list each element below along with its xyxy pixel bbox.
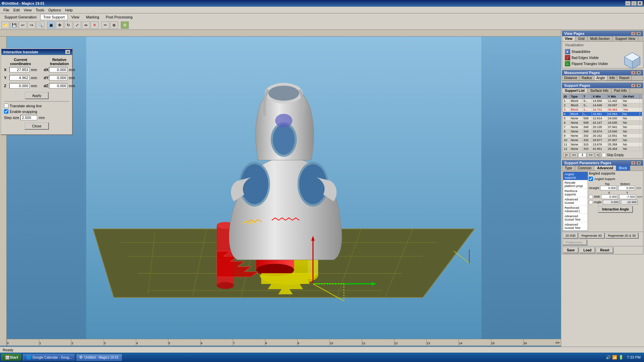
viewport[interactable]: 0 1 2 3 4 5 6 7 8 9 10 11 12 13 14 15 16… [0, 30, 561, 352]
page-num-input[interactable] [578, 153, 586, 157]
dz-input[interactable] [49, 83, 67, 88]
tab-common[interactable]: Common [575, 166, 595, 171]
interactive-angle-button[interactable]: Interactive Angle [598, 206, 633, 213]
params-item-advanced-gusset[interactable]: Advanced Gusset [563, 197, 588, 205]
params-item-rescale[interactable]: Rescale platform proje [563, 180, 588, 189]
nav-last-btn[interactable]: >| [595, 153, 601, 158]
tab-advanced[interactable]: Advanced [594, 166, 616, 171]
table-row[interactable]: 9None33220.15213.551No [563, 134, 642, 138]
tab-view[interactable]: View [68, 14, 83, 20]
shift-y-input[interactable] [619, 194, 636, 199]
params-item-advanced-gusset-test1[interactable]: Advanced Gusset Test [563, 214, 588, 222]
x-value-input[interactable] [9, 67, 30, 72]
skip-empty-checkbox[interactable] [602, 153, 606, 157]
support-params-pin[interactable]: 📌 [631, 161, 636, 165]
tab-radius[interactable]: Radius [580, 75, 594, 80]
dy-input[interactable] [49, 75, 67, 80]
2d-edit-btn[interactable]: 2D Edit [563, 233, 578, 239]
params-item-angled[interactable]: Angled supports [563, 172, 588, 180]
menu-view[interactable]: View [22, 7, 34, 13]
tb-save[interactable]: 💾 [10, 21, 18, 29]
angle-radio[interactable] [589, 200, 593, 204]
params-item-reinforce[interactable]: Reinforce supports [563, 189, 588, 197]
tb-open[interactable]: 📁 [1, 21, 9, 29]
table-row[interactable]: 2BlockS...14.64933.697No [563, 103, 642, 108]
tb-merge[interactable]: ⊕ [110, 21, 118, 29]
enable-snapping-checkbox[interactable] [4, 109, 8, 114]
tab-support-view[interactable]: Support View [612, 36, 638, 41]
table-row[interactable]: 4BlockL...16.66110.064No [563, 112, 642, 116]
menu-file[interactable]: File [1, 7, 11, 13]
tab-block[interactable]: Block [616, 166, 630, 171]
tab-grid[interactable]: Grid [576, 36, 588, 41]
params-item-reinforced-advanced[interactable]: Reinforced Advanced ( [563, 205, 588, 214]
apply-button[interactable]: Apply [25, 92, 49, 99]
regen-3d-btn[interactable]: Regenerate 3D [579, 233, 605, 239]
view-pages-pin[interactable]: 📌 [631, 32, 636, 36]
table-row[interactable]: 7None34920.13537.941No [563, 125, 642, 129]
menu-help[interactable]: Help [63, 7, 75, 13]
table-row[interactable]: 8None34933.67413.540No [563, 129, 642, 134]
tb-zoom[interactable]: 🔍 [36, 21, 44, 29]
step-size-input[interactable] [20, 115, 37, 120]
support-params-close[interactable]: ✕ [636, 161, 641, 165]
regen-2d-3d-btn[interactable]: Regenerate 2D & 3D [605, 233, 639, 239]
table-row[interactable]: 6None50842.14724.030No [563, 121, 642, 125]
tb-scale[interactable]: ⤢ [73, 21, 81, 29]
translate-along-line-checkbox[interactable] [4, 104, 8, 108]
view-pages-close[interactable]: ✕ [636, 32, 641, 36]
tb-move[interactable]: ✥ [56, 21, 64, 29]
tab-angle[interactable]: Angle [594, 75, 607, 80]
straight-bottom-input[interactable] [618, 186, 635, 190]
menu-tools[interactable]: Tools [34, 7, 46, 13]
tab-multi-section[interactable]: Multi-Section [588, 36, 613, 41]
menu-options[interactable]: Options [46, 7, 63, 13]
tb-delete[interactable]: ✕ [91, 21, 99, 29]
tab-marking[interactable]: Marking [83, 14, 102, 20]
reset-btn[interactable]: Reset [596, 247, 613, 253]
tab-tree-support[interactable]: Tree Support [40, 14, 68, 20]
nav-next-btn[interactable]: >> [587, 153, 594, 158]
table-row[interactable]: 3Block1...16.70136.464Yes [563, 108, 642, 112]
y-value-input[interactable] [9, 75, 30, 80]
tab-surface-info[interactable]: Surface Info [588, 88, 611, 93]
tb-cut[interactable]: ✂ [101, 21, 109, 29]
maximize-btn[interactable]: □ [631, 1, 637, 6]
table-row[interactable]: 5None50812.81424.030No [563, 116, 642, 121]
angled-support-checkbox[interactable] [589, 177, 593, 181]
close-btn[interactable]: ✕ [637, 1, 643, 6]
table-row[interactable]: 1BlockS...14.65611.442No [563, 99, 642, 103]
measurement-pin[interactable]: 📌 [631, 71, 636, 75]
z-value-input[interactable] [9, 83, 30, 88]
table-row[interactable]: 10None33233.67737.937No [563, 138, 642, 142]
dialog-close-icon[interactable]: ✕ [65, 50, 70, 54]
measurement-close[interactable]: ✕ [636, 71, 641, 75]
tb-rotate[interactable]: ↻ [64, 21, 72, 29]
tab-support-list[interactable]: Support List [562, 88, 588, 93]
straight-top-input[interactable] [600, 186, 617, 190]
tab-view[interactable]: View [562, 36, 576, 41]
tb-undo[interactable]: ↩ [19, 21, 27, 29]
angle-y-input[interactable] [621, 200, 638, 204]
tab-info[interactable]: Info [607, 75, 618, 80]
tab-report[interactable]: Report [617, 75, 632, 80]
minimize-btn[interactable]: ─ [625, 1, 631, 6]
shift-radio[interactable] [589, 195, 593, 199]
table-row[interactable]: 12None31541.65125.404No [563, 147, 642, 151]
support-pages-close[interactable]: ✕ [636, 83, 641, 87]
params-item-advanced-gusset-test2[interactable]: Advanced Gusset Test [563, 222, 588, 231]
nav-first-btn[interactable]: |< [564, 153, 570, 158]
taskbar-item-google[interactable]: 🌐 Google Calendar - Goog... [23, 354, 75, 361]
dx-input[interactable] [49, 67, 67, 72]
taskbar-item-magics[interactable]: ⚙ Untitled - Magics 19.01 [76, 354, 121, 361]
load-btn[interactable]: Load [579, 247, 595, 253]
postprocess-btn[interactable]: Postprocess... [563, 239, 587, 245]
tab-support-generation[interactable]: Support Generation [1, 14, 40, 20]
save-btn[interactable]: Save [563, 247, 579, 253]
tab-post-processing[interactable]: Post Processing [103, 14, 136, 20]
tab-part-info[interactable]: Part Info [611, 88, 630, 93]
shift-x-input[interactable] [601, 194, 618, 199]
menu-edit[interactable]: Edit [11, 7, 22, 13]
angle-x-input[interactable] [603, 200, 620, 204]
tab-type[interactable]: Type [562, 166, 575, 171]
